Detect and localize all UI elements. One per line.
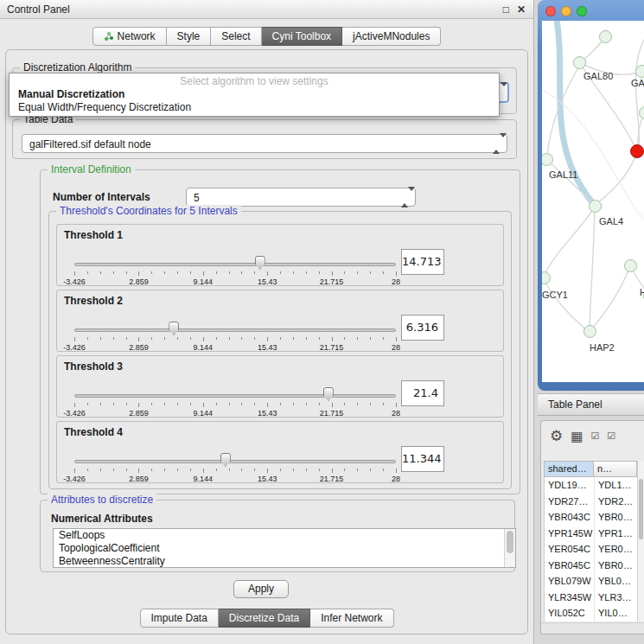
algorithm-option[interactable]: Select algorithm to view settings [10, 75, 499, 88]
threshold-slider[interactable]: -3.4262.8599.14415.4321.71528 [74, 387, 396, 417]
network-node-label: GA [631, 78, 644, 88]
network-node[interactable] [542, 271, 551, 284]
table-scrollbar-thumb[interactable] [639, 479, 643, 539]
list-scrollbar-thumb[interactable] [507, 531, 513, 553]
network-node[interactable] [599, 30, 612, 43]
table-row[interactable]: YDR27…YDR2… [545, 494, 637, 510]
attribute-list-item[interactable]: TopologicalCoefficient [54, 542, 515, 555]
table-row[interactable]: YBR045CYBR0… [545, 558, 637, 574]
table-cell[interactable]: YBR0… [595, 509, 637, 526]
attribute-list-item[interactable]: SelfLoops [54, 529, 515, 542]
table-row[interactable]: YPR145WYPR1… [545, 526, 637, 542]
table-row[interactable]: YDL19…YDL1… [545, 477, 637, 494]
table-cell[interactable]: YBL079W [545, 573, 595, 590]
tick-mark [126, 337, 127, 340]
minimize-light[interactable] [561, 6, 571, 16]
table-cell[interactable]: YDL1… [595, 477, 637, 494]
tab-discretize-data[interactable]: Discretize Data [219, 609, 310, 628]
slider-track[interactable] [74, 394, 396, 398]
tick-mark [293, 403, 294, 405]
table-scrollbar[interactable] [637, 461, 644, 622]
network-node[interactable] [635, 65, 644, 78]
tab-infer-network[interactable]: Infer Network [310, 609, 393, 628]
threshold-slider[interactable]: -3.4262.8599.14415.4321.71528 [74, 453, 396, 482]
table-data-combobox[interactable]: galFiltered.sif default node [22, 134, 507, 153]
table-cell[interactable]: YPR145W [545, 526, 595, 542]
network-node[interactable] [573, 56, 586, 69]
threshold-value-field[interactable]: 14.713 [401, 249, 444, 275]
slider-track[interactable] [74, 263, 396, 266]
threshold-slider[interactable]: -3.4262.8599.14415.4321.71528 [74, 322, 396, 351]
table-cell[interactable]: YER054C [545, 541, 595, 558]
tick-mark [190, 271, 191, 274]
number-of-intervals-combobox[interactable]: 5 [186, 188, 416, 207]
tab-select[interactable]: Select [211, 27, 261, 46]
algorithm-option[interactable]: Equal Width/Frequency Discretization [10, 101, 499, 114]
attribute-list-item[interactable]: BetweennessCentrality [54, 555, 515, 568]
tab-cyni-toolbox[interactable]: Cyni Toolbox [262, 27, 342, 46]
table-cell[interactable]: YIL0… [595, 605, 637, 622]
table-cell[interactable]: YLR345W [545, 590, 595, 606]
control-panel-window: Control Panel □ ✕ NetworkStyleSelectCyni… [0, 0, 534, 644]
threshold-slider[interactable]: -3.4262.8599.14415.4321.71528 [74, 256, 396, 285]
tick-mark [164, 403, 165, 405]
table-row[interactable]: YER054CYER0… [545, 541, 637, 558]
table-row[interactable]: YIL052CYIL0… [545, 605, 637, 622]
tab-impute-data[interactable]: Impute Data [139, 609, 218, 628]
table-cell[interactable]: YPR1… [595, 526, 637, 542]
table-cell[interactable]: YBR0… [595, 558, 637, 574]
float-window-icon[interactable]: □ [503, 0, 509, 19]
close-light[interactable] [545, 6, 556, 16]
threshold-value-field[interactable]: 11.344 [401, 446, 444, 472]
scale-label: 28 [392, 343, 400, 352]
algorithm-option[interactable]: Manual Discretization [10, 88, 499, 101]
close-window-icon[interactable]: ✕ [517, 0, 526, 19]
columns-icon[interactable]: ▦ [571, 430, 583, 443]
network-node[interactable] [589, 200, 602, 213]
table-cell[interactable]: YBR045C [545, 558, 595, 574]
threshold-value-field[interactable]: 21.4 [401, 380, 444, 406]
number-of-intervals-label: Number of Intervals [53, 191, 150, 203]
table-cell[interactable]: YER0… [595, 541, 637, 558]
slider-track[interactable] [74, 460, 396, 463]
check-icon[interactable]: ☑ [590, 431, 599, 441]
threshold-value-field[interactable]: 6.316 [401, 315, 444, 341]
slider-thumb[interactable] [169, 322, 179, 335]
numerical-attributes-list[interactable]: SelfLoopsTopologicalCoefficientBetweenne… [53, 528, 516, 568]
tab-style[interactable]: Style [167, 27, 212, 46]
network-node[interactable] [583, 325, 596, 338]
network-node[interactable] [624, 259, 637, 272]
table-row[interactable]: YLR345WYLR3… [545, 590, 637, 606]
tab-label: jActiveMNodules [353, 30, 430, 42]
tab-jactivemnodules[interactable]: jActiveMNodules [342, 27, 441, 46]
check-icon[interactable]: ☑ [607, 431, 615, 441]
slider-thumb[interactable] [220, 453, 231, 467]
network-node-selected[interactable] [630, 144, 644, 158]
slider-thumb[interactable] [323, 387, 334, 401]
table-cell[interactable]: YIL052C [545, 605, 595, 622]
network-node[interactable] [542, 153, 553, 166]
tick-mark [87, 271, 88, 274]
list-scrollbar[interactable] [504, 529, 515, 567]
table-cell[interactable]: YBL0… [595, 573, 637, 590]
network-node-label: GAL80 [583, 71, 613, 81]
tick-mark [280, 337, 281, 340]
column-header[interactable]: shared… [544, 461, 594, 477]
column-header[interactable]: n… [594, 461, 637, 477]
gear-icon[interactable]: ⚙ [550, 429, 563, 443]
table-row[interactable]: YBR043CYBR0… [545, 509, 637, 526]
table-cell[interactable]: YLR3… [595, 590, 637, 606]
table-cell[interactable]: YDR2… [595, 494, 637, 510]
slider-track[interactable] [74, 328, 396, 332]
apply-button[interactable]: Apply [233, 580, 289, 598]
network-canvas[interactable]: GAL80GAGAL11GAL4GCY1HAP2H [542, 21, 644, 382]
table-cell[interactable]: YBR043C [545, 509, 595, 526]
zoom-light[interactable] [577, 6, 587, 16]
tab-network[interactable]: Network [92, 27, 167, 46]
slider-thumb[interactable] [255, 256, 265, 270]
tab-label: Discretize Data [229, 612, 299, 624]
table-cell[interactable]: YDR27… [545, 494, 595, 510]
table-cell[interactable]: YDL19… [545, 477, 595, 494]
table-row[interactable]: YBL079WYBL0… [545, 573, 637, 590]
tick-mark [293, 469, 294, 471]
